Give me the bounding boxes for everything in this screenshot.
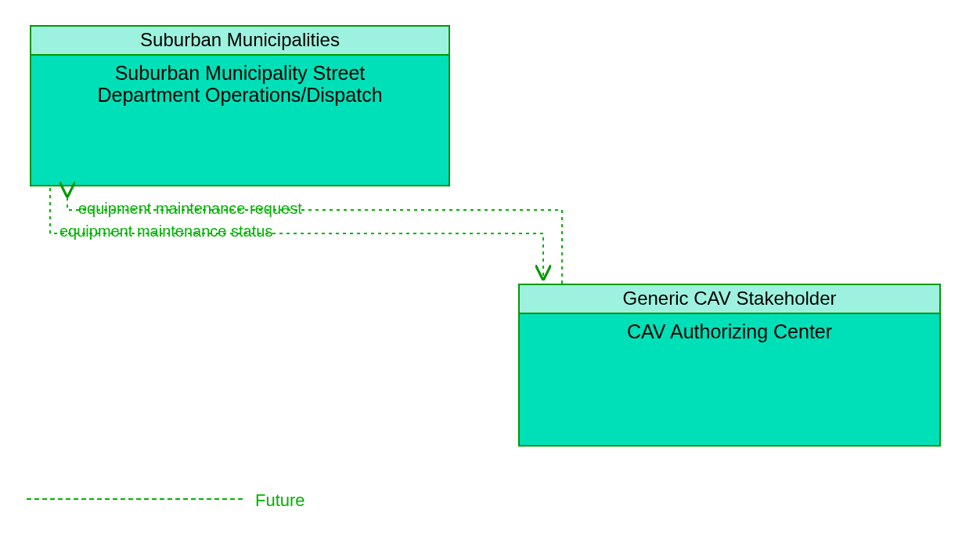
node-a-body: Suburban Municipality Street Department …	[31, 56, 449, 185]
node-a-body-line1: Suburban Municipality Street	[115, 62, 366, 84]
node-suburban-municipality: Suburban Municipalities Suburban Municip…	[30, 25, 450, 186]
flow-label-request: equipment maintenance request	[78, 200, 302, 218]
legend-line-future	[27, 498, 243, 500]
node-cav-authorizing-center: Generic CAV Stakeholder CAV Authorizing …	[518, 284, 941, 447]
legend-label-future: Future	[255, 490, 305, 511]
node-b-header: Generic CAV Stakeholder	[520, 285, 939, 314]
node-b-body-line1: CAV Authorizing Center	[627, 320, 832, 342]
node-b-body: CAV Authorizing Center	[520, 314, 939, 445]
node-a-body-line2: Department Operations/Dispatch	[97, 84, 382, 106]
node-a-header: Suburban Municipalities	[31, 27, 449, 56]
flow-label-status: equipment maintenance status	[59, 222, 272, 241]
